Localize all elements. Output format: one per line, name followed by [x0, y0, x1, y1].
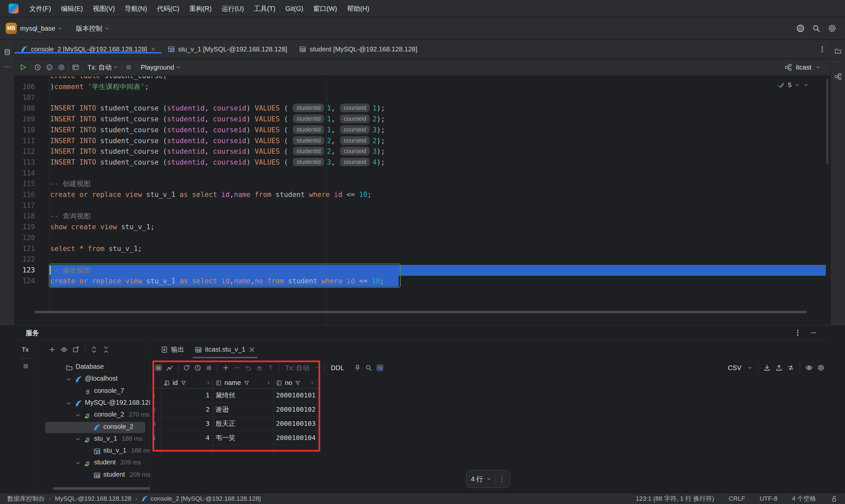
menu-h[interactable]: 帮助(H) [342, 0, 374, 17]
submit-icon[interactable] [256, 364, 263, 372]
expand-all-icon[interactable] [90, 346, 98, 353]
reload-icon[interactable] [183, 364, 190, 372]
export-download-icon[interactable] [763, 364, 771, 372]
playground-selector[interactable]: Playground [141, 64, 174, 71]
indent-style[interactable]: 4 个空格 [792, 494, 816, 503]
minimize-button[interactable] [793, 0, 811, 17]
stop-button[interactable] [125, 64, 133, 71]
gear-icon[interactable] [58, 64, 65, 71]
ddl-button[interactable]: DDL [331, 364, 344, 372]
menu-n[interactable]: 导航(N) [120, 0, 152, 17]
compare-icon[interactable] [787, 364, 794, 372]
caret-position[interactable]: 123:1 (88 字符, 1 行 换行符) [636, 494, 714, 503]
project-name[interactable]: mysql_base [20, 25, 55, 32]
menu-r[interactable]: 重构(R) [184, 0, 216, 17]
filter-panel-toggle[interactable] [376, 364, 384, 372]
prev-problem-icon[interactable] [795, 83, 800, 88]
cell[interactable]: 殷天正 [213, 417, 273, 431]
project-avatar[interactable]: MB [6, 23, 17, 34]
delete-row-icon[interactable] [233, 364, 241, 372]
add-row-icon[interactable] [222, 364, 229, 372]
tree-item-Database[interactable]: Database [38, 361, 150, 373]
grid-view-button[interactable] [155, 364, 162, 372]
view-options-icon[interactable] [60, 346, 68, 353]
tree-item-student[interactable]: student209 ms [38, 457, 150, 469]
column-header-no[interactable]: no [276, 377, 315, 388]
menu-f[interactable]: 文件(F) [24, 0, 56, 17]
cell[interactable]: 3 [161, 417, 213, 431]
cell[interactable]: 黛绮丝 [213, 388, 273, 402]
tx-mode-button[interactable]: Tx [22, 346, 29, 353]
file-encoding[interactable]: UTF-8 [759, 495, 777, 502]
cell[interactable]: 2000100101 [273, 388, 317, 402]
cell[interactable]: 2000100104 [273, 431, 317, 445]
schema-selector[interactable]: itcast [785, 64, 821, 71]
ai-assistant-icon[interactable]: @ [796, 24, 805, 33]
grid-settings-icon[interactable] [817, 364, 825, 372]
menu-c[interactable]: 代码(C) [152, 0, 184, 17]
result-tab[interactable]: 输出 [157, 341, 188, 358]
datagrip-logo-icon[interactable] [8, 4, 18, 14]
tree-item-console_2[interactable]: console_2 [38, 421, 150, 433]
vcs-widget[interactable]: 版本控制 [76, 24, 102, 33]
search-everywhere-icon[interactable] [812, 24, 821, 33]
maximize-button[interactable] [811, 0, 828, 17]
hide-panel-icon[interactable] [810, 329, 817, 337]
menu-t[interactable]: 工具(T) [249, 0, 281, 17]
chart-view-button[interactable] [166, 364, 173, 372]
panel-options-icon[interactable] [794, 329, 802, 337]
menu-u[interactable]: 运行(U) [216, 0, 249, 17]
open-in-new-tab-icon[interactable] [72, 346, 80, 353]
editor-tab[interactable]: console_2 [MySQL-@192.168.128.128] [15, 46, 162, 53]
menu-w[interactable]: 窗口(W) [308, 0, 342, 17]
cell[interactable]: 谢逊 [213, 402, 273, 417]
tree-item-localhost[interactable]: @localhost [38, 373, 150, 385]
collapse-all-icon[interactable] [102, 346, 110, 353]
cell[interactable]: 4 [161, 431, 213, 445]
playground-mode-icon[interactable]: p [46, 64, 53, 71]
auto-refresh-icon[interactable] [194, 364, 201, 372]
run-button[interactable] [19, 63, 27, 71]
upload-changes-icon[interactable] [267, 364, 274, 372]
find-in-grid-icon[interactable] [365, 364, 372, 372]
editor-tab[interactable]: stu_v_1 [MySQL-@192.168.128.128] [162, 46, 294, 53]
export-format-selector[interactable]: CSV [728, 364, 741, 372]
horizontal-scrollbar[interactable] [34, 311, 807, 313]
tree-item-stu_v_1[interactable]: stu_v_1188 ms [38, 445, 150, 457]
in-editor-results-icon[interactable] [72, 64, 79, 71]
history-icon[interactable] [34, 64, 41, 71]
structure-toolwindow-button[interactable] [833, 72, 843, 82]
tx-mode-selector[interactable]: Tx: 自动 [87, 63, 111, 72]
cell[interactable]: 2000100102 [273, 402, 317, 417]
view-options-icon[interactable] [805, 364, 813, 372]
next-problem-icon[interactable] [804, 83, 809, 88]
services-header[interactable]: 服务 [15, 325, 830, 341]
revert-icon[interactable] [245, 364, 252, 372]
files-toolwindow-button[interactable] [833, 46, 843, 56]
cell[interactable]: 2000100103 [273, 417, 317, 431]
breadcrumb-item[interactable]: console_2 [MySQL-@192.168.128.128] [151, 495, 261, 502]
tree-item-student[interactable]: student209 ms [38, 469, 150, 481]
menu-v[interactable]: 视图(V) [88, 0, 120, 17]
editor-tab[interactable]: student [MySQL-@192.168.128.128] [293, 46, 423, 53]
column-header-name[interactable]: name [215, 377, 271, 388]
cell[interactable]: 2 [161, 402, 213, 417]
stop-icon[interactable] [205, 364, 213, 372]
add-datasource-icon[interactable] [49, 346, 56, 353]
row-count-widget[interactable]: 4 行 ⋮ [466, 470, 510, 488]
inspections-widget[interactable]: 5 [777, 82, 809, 89]
readonly-lock-icon[interactable] [830, 495, 838, 502]
tree-item-console_7[interactable]: console_7 [38, 385, 150, 397]
database-explorer-button[interactable] [2, 47, 12, 57]
result-tab[interactable]: itcast.stu_v_1 [191, 341, 260, 358]
tree-item-console_2[interactable]: console_2270 ms [38, 409, 150, 421]
breadcrumb-item[interactable]: MySQL-@192.168.128.128 [55, 495, 131, 502]
menu-e[interactable]: 编辑(E) [56, 0, 88, 17]
settings-gear-icon[interactable] [828, 24, 837, 33]
more-tool-windows-button[interactable]: ⋯ [2, 62, 12, 72]
pin-tab-icon[interactable] [354, 364, 361, 372]
close-button[interactable] [828, 0, 845, 17]
breadcrumb-item[interactable]: 数据库控制台 [7, 494, 45, 503]
more-options-icon[interactable]: ⋮ [498, 475, 505, 483]
tree-horizontal-scrollbar[interactable] [53, 487, 150, 490]
